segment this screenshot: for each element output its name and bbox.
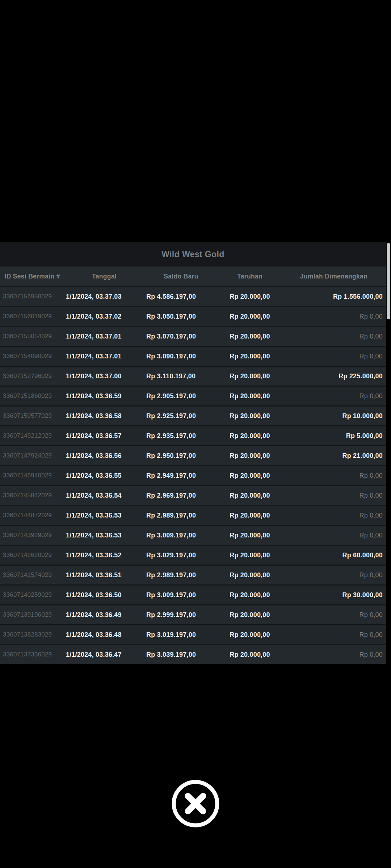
close-icon xyxy=(171,779,220,828)
amount-won-cell: Rp 1.556.000,00 xyxy=(282,293,386,301)
new-balance-cell: Rp 2.969.197,00 xyxy=(144,492,218,499)
table-row: 33607139196029 1/1/2024, 03.36.49 Rp 2.9… xyxy=(0,604,386,624)
amount-won-cell: Rp 0,00 xyxy=(282,571,386,579)
bet-cell: Rp 20.000,00 xyxy=(218,353,282,360)
amount-won-cell: Rp 0,00 xyxy=(282,611,386,619)
new-balance-cell: Rp 2.905.197,00 xyxy=(144,392,218,400)
new-balance-cell: Rp 3.009.197,00 xyxy=(144,591,218,599)
new-balance-cell: Rp 2.925.197,00 xyxy=(144,412,218,420)
bet-cell: Rp 20.000,00 xyxy=(218,293,282,301)
column-header-date: Tanggal xyxy=(64,273,144,280)
new-balance-cell: Rp 2.989.197,00 xyxy=(144,571,218,579)
bet-cell: Rp 20.000,00 xyxy=(218,432,282,440)
date-cell: 1/1/2024, 03.36.53 xyxy=(64,512,144,519)
bet-cell: Rp 20.000,00 xyxy=(218,313,282,320)
session-id-cell: 33607152796029 xyxy=(0,373,64,380)
bet-cell: Rp 20.000,00 xyxy=(218,571,282,579)
new-balance-cell: Rp 3.110.197,00 xyxy=(144,373,218,380)
table-header: ID Sesi Bermain # Tanggal Saldo Baru Tar… xyxy=(0,267,386,286)
bet-cell: Rp 20.000,00 xyxy=(218,611,282,619)
bet-cell: Rp 20.000,00 xyxy=(218,392,282,400)
table-row: 33607143929029 1/1/2024, 03.36.53 Rp 3.0… xyxy=(0,525,386,545)
new-balance-cell: Rp 2.989.197,00 xyxy=(144,512,218,519)
amount-won-cell: Rp 0,00 xyxy=(282,651,386,659)
bet-cell: Rp 20.000,00 xyxy=(218,492,282,499)
amount-won-cell: Rp 21.000,00 xyxy=(282,452,386,460)
table-row: 33607138283029 1/1/2024, 03.36.48 Rp 3.0… xyxy=(0,624,386,644)
date-cell: 1/1/2024, 03.37.00 xyxy=(64,373,144,380)
modal-title-bar: Wild West Gold xyxy=(0,242,386,267)
session-id-cell: 33607138283029 xyxy=(0,631,64,638)
table-row: 33607144872029 1/1/2024, 03.36.53 Rp 2.9… xyxy=(0,505,386,525)
bet-cell: Rp 20.000,00 xyxy=(218,591,282,599)
bet-cell: Rp 20.000,00 xyxy=(218,333,282,340)
session-id-cell: 33607155054029 xyxy=(0,333,64,340)
table-row: 33607155054029 1/1/2024, 03.37.01 Rp 3.0… xyxy=(0,326,386,346)
table-row: 33607137336029 1/1/2024, 03.36.47 Rp 3.0… xyxy=(0,644,386,664)
date-cell: 1/1/2024, 03.37.03 xyxy=(64,293,144,301)
game-title: Wild West Gold xyxy=(161,250,224,259)
session-id-cell: 33607147924029 xyxy=(0,452,64,459)
table-row: 33607152796029 1/1/2024, 03.37.00 Rp 3.1… xyxy=(0,366,386,386)
new-balance-cell: Rp 3.039.197,00 xyxy=(144,651,218,659)
session-id-cell: 33607139196029 xyxy=(0,611,64,618)
new-balance-cell: Rp 3.009.197,00 xyxy=(144,532,218,539)
session-id-cell: 33607146940029 xyxy=(0,472,64,479)
amount-won-cell: Rp 0,00 xyxy=(282,512,386,519)
bet-cell: Rp 20.000,00 xyxy=(218,452,282,460)
amount-won-cell: Rp 0,00 xyxy=(282,532,386,539)
amount-won-cell: Rp 0,00 xyxy=(282,353,386,360)
amount-won-cell: Rp 0,00 xyxy=(282,333,386,340)
date-cell: 1/1/2024, 03.36.52 xyxy=(64,552,144,559)
new-balance-cell: Rp 3.070.197,00 xyxy=(144,333,218,340)
table-row: 33607149212029 1/1/2024, 03.36.57 Rp 2.9… xyxy=(0,425,386,445)
bet-cell: Rp 20.000,00 xyxy=(218,651,282,659)
date-cell: 1/1/2024, 03.36.50 xyxy=(64,591,144,599)
column-header-amount-won: Jumlah Dimenangkan xyxy=(282,273,386,280)
bet-cell: Rp 20.000,00 xyxy=(218,412,282,420)
table-row: 33607141574029 1/1/2024, 03.36.51 Rp 2.9… xyxy=(0,565,386,584)
session-id-cell: 33607141574029 xyxy=(0,571,64,579)
date-cell: 1/1/2024, 03.36.48 xyxy=(64,631,144,639)
amount-won-cell: Rp 10.000,00 xyxy=(282,412,386,420)
date-cell: 1/1/2024, 03.37.02 xyxy=(64,313,144,320)
session-id-cell: 33607151860029 xyxy=(0,392,64,400)
new-balance-cell: Rp 2.949.197,00 xyxy=(144,472,218,480)
new-balance-cell: Rp 3.050.197,00 xyxy=(144,313,218,320)
date-cell: 1/1/2024, 03.36.53 xyxy=(64,532,144,539)
scrollbar-thumb[interactable] xyxy=(387,243,390,319)
amount-won-cell: Rp 30.000,00 xyxy=(282,591,386,599)
bet-cell: Rp 20.000,00 xyxy=(218,472,282,480)
table-row: 33607154090029 1/1/2024, 03.37.01 Rp 3.0… xyxy=(0,346,386,366)
session-id-cell: 33607150577029 xyxy=(0,412,64,420)
table-row: 33607142620029 1/1/2024, 03.36.52 Rp 3.0… xyxy=(0,545,386,565)
new-balance-cell: Rp 4.586.197,00 xyxy=(144,293,218,301)
new-balance-cell: Rp 3.019.197,00 xyxy=(144,631,218,639)
session-id-cell: 33607156950029 xyxy=(0,293,64,300)
amount-won-cell: Rp 225.000,00 xyxy=(282,373,386,380)
date-cell: 1/1/2024, 03.37.01 xyxy=(64,353,144,360)
table-row: 33607156950029 1/1/2024, 03.37.03 Rp 4.5… xyxy=(0,286,386,306)
session-id-cell: 33607144872029 xyxy=(0,512,64,519)
amount-won-cell: Rp 0,00 xyxy=(282,313,386,320)
session-id-cell: 33607140259029 xyxy=(0,591,64,599)
bet-cell: Rp 20.000,00 xyxy=(218,373,282,380)
session-id-cell: 33607142620029 xyxy=(0,552,64,559)
table-row: 33607150577029 1/1/2024, 03.36.58 Rp 2.9… xyxy=(0,405,386,425)
amount-won-cell: Rp 0,00 xyxy=(282,392,386,400)
new-balance-cell: Rp 2.935.197,00 xyxy=(144,432,218,440)
date-cell: 1/1/2024, 03.37.01 xyxy=(64,333,144,340)
table-row: 33607151860029 1/1/2024, 03.36.59 Rp 2.9… xyxy=(0,386,386,405)
new-balance-cell: Rp 3.029.197,00 xyxy=(144,552,218,559)
session-id-cell: 33607149212029 xyxy=(0,432,64,439)
column-header-session-id: ID Sesi Bermain # xyxy=(0,273,64,280)
date-cell: 1/1/2024, 03.36.51 xyxy=(64,571,144,579)
amount-won-cell: Rp 60.000,00 xyxy=(282,552,386,559)
date-cell: 1/1/2024, 03.36.56 xyxy=(64,452,144,460)
bet-cell: Rp 20.000,00 xyxy=(218,552,282,559)
session-id-cell: 33607137336029 xyxy=(0,651,64,658)
session-id-cell: 33607145842029 xyxy=(0,492,64,499)
close-button[interactable] xyxy=(171,779,220,828)
session-id-cell: 33607154090029 xyxy=(0,353,64,360)
date-cell: 1/1/2024, 03.36.58 xyxy=(64,412,144,420)
